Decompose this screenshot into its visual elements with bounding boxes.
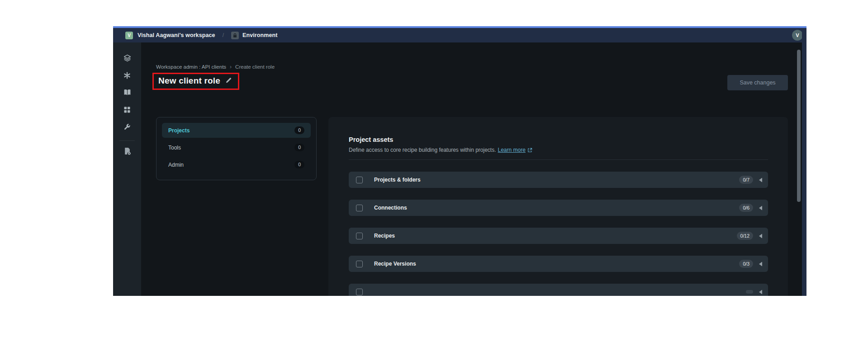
title-annotation-box: New client role [152, 73, 239, 90]
edit-pencil-icon[interactable] [225, 78, 232, 84]
chevron-left-icon[interactable] [759, 178, 763, 182]
tab-tools[interactable]: Tools 0 [162, 140, 311, 155]
top-bar: V Vishal Aagwani's workspace / Environme… [113, 28, 806, 42]
learn-more-label: Learn more [498, 147, 526, 153]
permission-count-badge: 0/3 [739, 260, 753, 268]
tab-count-badge: 0 [294, 161, 304, 168]
permission-count-badge [746, 290, 753, 294]
sidebar-item-library[interactable] [123, 89, 131, 96]
permission-label: Connections [374, 205, 739, 211]
main-content: Workspace admin : API clients › Create c… [141, 42, 796, 296]
lock-icon [232, 33, 237, 38]
external-link-icon [527, 148, 532, 153]
permission-count-badge: 0/7 [739, 176, 753, 184]
panel-description-text: Define access to core recipe building fe… [349, 147, 496, 153]
environment-name[interactable]: Environment [242, 32, 278, 38]
breadcrumb-current: Create client role [235, 64, 275, 70]
dashboard-grid-icon [123, 106, 131, 113]
project-assets-panel: Project assets Define access to core rec… [328, 117, 788, 296]
permission-row-partial[interactable] [349, 284, 768, 296]
sidebar-divider [119, 140, 135, 141]
breadcrumb: Workspace admin : API clients › Create c… [156, 64, 275, 70]
permission-row-recipe-versions[interactable]: Recipe Versions 0/3 [349, 256, 768, 272]
sidebar-item-workspace-admin[interactable] [123, 147, 131, 155]
workspace-name[interactable]: Vishal Aagwani's workspace [138, 32, 215, 38]
checkbox[interactable] [356, 261, 363, 267]
tab-admin[interactable]: Admin 0 [162, 157, 311, 172]
workspace-initial: V [128, 33, 131, 38]
permission-label: Recipes [374, 233, 737, 239]
asterisk-icon [123, 72, 131, 79]
left-nav-sidebar [113, 42, 141, 296]
chevron-left-icon[interactable] [759, 262, 763, 267]
sidebar-item-projects[interactable] [123, 54, 131, 62]
admin-file-gear-icon [123, 147, 131, 155]
tools-wrench-icon [123, 123, 131, 131]
checkbox[interactable] [356, 233, 363, 239]
window-right-edge-strip [802, 28, 806, 296]
avatar-initial: V [796, 33, 799, 38]
user-avatar[interactable]: V [792, 30, 803, 41]
chevron-left-icon[interactable] [759, 234, 763, 238]
permission-row-recipes[interactable]: Recipes 0/12 [349, 228, 768, 244]
save-changes-button[interactable]: Save changes [727, 75, 788, 90]
tab-count-badge: 0 [294, 144, 304, 151]
sidebar-item-dashboard[interactable] [123, 106, 131, 113]
permission-count-badge: 0/6 [739, 204, 753, 212]
checkbox[interactable] [356, 177, 363, 183]
chevron-left-icon[interactable] [759, 290, 763, 295]
checkbox[interactable] [356, 205, 363, 211]
checkbox[interactable] [356, 289, 363, 295]
vertical-scrollbar[interactable] [797, 50, 801, 202]
breadcrumb-separator: › [230, 64, 232, 70]
chevron-left-icon[interactable] [759, 206, 763, 210]
tab-label: Tools [168, 145, 294, 151]
tab-label: Projects [168, 127, 294, 134]
learn-more-link[interactable]: Learn more [498, 147, 532, 153]
panel-heading: Project assets [349, 136, 768, 143]
permission-count-badge: 0/12 [737, 232, 753, 240]
sidebar-item-tools[interactable] [123, 123, 131, 131]
library-book-icon [123, 89, 131, 96]
permission-label: Projects & folders [374, 177, 739, 183]
panel-divider [349, 159, 768, 160]
permission-row-projects-folders[interactable]: Projects & folders 0/7 [349, 172, 768, 188]
environment-lock-badge[interactable] [231, 32, 239, 39]
topbar-separator: / [223, 32, 224, 38]
asset-category-tabs: Projects 0 Tools 0 Admin 0 [156, 117, 317, 180]
tab-label: Admin [168, 162, 294, 168]
app-window: V Vishal Aagwani's workspace / Environme… [113, 26, 806, 296]
permission-row-connections[interactable]: Connections 0/6 [349, 200, 768, 216]
breadcrumb-parent[interactable]: Workspace admin : API clients [156, 64, 226, 70]
tab-count-badge: 0 [294, 126, 304, 134]
page-title: New client role [158, 76, 220, 86]
panel-description: Define access to core recipe building fe… [349, 147, 768, 153]
permission-label: Recipe Versions [374, 261, 739, 267]
layers-stack-icon [123, 54, 131, 62]
workspace-badge[interactable]: V [125, 32, 133, 39]
tab-projects[interactable]: Projects 0 [162, 123, 311, 138]
sidebar-item-recipes[interactable] [123, 71, 131, 79]
